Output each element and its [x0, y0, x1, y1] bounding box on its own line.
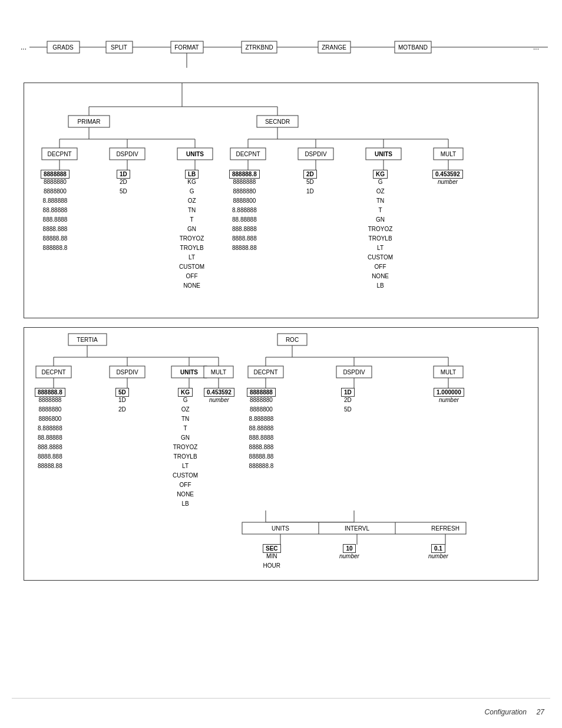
roc-units-sub-list: SEC MIN HOUR: [263, 545, 281, 571]
footer-page: 27: [537, 708, 544, 716]
svg-text:TERTIA: TERTIA: [77, 337, 98, 343]
svg-text:DECPNT: DECPNT: [253, 369, 277, 375]
footer-label: Configuration: [485, 708, 527, 716]
footer-divider: [12, 698, 550, 699]
tertia-mult-list: 0.453592 number: [204, 388, 234, 405]
secndr-dspdiv-list: 2D 5D 1D: [303, 170, 317, 196]
svg-text:ROC: ROC: [286, 337, 299, 343]
svg-text:DSPDIV: DSPDIV: [116, 369, 138, 375]
svg-text:UNITS: UNITS: [375, 151, 392, 157]
page: ... GRADS SPLIT FORMAT ZTRKBND ZRANGE MO…: [0, 0, 562, 728]
svg-text:PRIMAR: PRIMAR: [78, 118, 101, 125]
svg-text:ZRANGE: ZRANGE: [322, 44, 346, 51]
secndr-mult-list: 0.453592 number: [432, 170, 463, 187]
roc-decpnt-list: 8888888 8888880 8888800 8.888888 88.8888…: [247, 388, 276, 471]
svg-text:MULT: MULT: [441, 151, 456, 157]
svg-text:REFRESH: REFRESH: [431, 525, 459, 532]
tertia-dspdiv-list: 5D 1D 2D: [115, 388, 129, 414]
svg-text:FORMAT: FORMAT: [174, 44, 199, 51]
svg-text:MULT: MULT: [441, 369, 456, 375]
svg-text:INTERVL: INTERVL: [345, 525, 369, 532]
roc-dspdiv-list: 1D 2D 5D: [341, 388, 355, 414]
roc-refresh-sub-list: 0.1 number: [428, 545, 448, 561]
primar-dspdiv-list: 1D 2D 5D: [117, 170, 130, 196]
svg-text:DSPDIV: DSPDIV: [343, 369, 365, 375]
svg-text:UNITS: UNITS: [272, 525, 289, 532]
svg-text:DSPDIV: DSPDIV: [116, 151, 138, 157]
svg-text:...: ...: [533, 43, 539, 51]
svg-text:MULT: MULT: [211, 369, 226, 375]
decpnt-val-2: 8888880: [41, 177, 70, 187]
svg-text:UNITS: UNITS: [186, 151, 204, 157]
svg-text:DECPNT: DECPNT: [47, 151, 71, 157]
roc-mult-list: 1.000000 number: [434, 388, 464, 405]
tertia-units-list: KG G OZ TN T GN TROYOZ TROYLB LT CUSTOM …: [173, 388, 198, 509]
tertia-decpnt-list: 888888.8 8888888 8888880 8886800 8.88888…: [35, 388, 65, 471]
secndr-decpnt-list: 888888.8 8888888 8888880 8888800 8.88888…: [229, 170, 260, 253]
svg-text:DECPNT: DECPNT: [236, 151, 260, 157]
primar-decpnt-list: 8888888 8888880 8888800 8.888888 88.8888…: [41, 170, 70, 253]
primar-units-list: LB KG G OZ TN T GN TROYOZ TROYLB LT CUST…: [179, 170, 204, 291]
roc-intervl-sub-list: 10 number: [339, 545, 359, 561]
svg-text:SECNDR: SECNDR: [265, 118, 290, 125]
lower-section-svg: TERTIA ROC DECPNT DSPDIV UNITS MULT: [24, 328, 538, 581]
svg-text:ZTRKBND: ZTRKBND: [245, 44, 273, 51]
svg-text:...: ...: [21, 43, 27, 51]
top-nav-svg: ... GRADS SPLIT FORMAT ZTRKBND ZRANGE MO…: [18, 35, 560, 71]
upper-section-svg: PRIMAR SECNDR DECPNT DSPDIV UNITS: [24, 83, 538, 319]
footer: Configuration 27: [485, 708, 544, 716]
svg-text:GRADS: GRADS: [52, 44, 74, 51]
svg-text:UNITS: UNITS: [180, 369, 198, 375]
svg-text:SPLIT: SPLIT: [111, 44, 127, 51]
svg-text:MOTBAND: MOTBAND: [398, 44, 428, 51]
svg-text:DSPDIV: DSPDIV: [305, 151, 327, 157]
secndr-units-list: KG G OZ TN T GN TROYOZ TROYLB LT CUSTOM …: [368, 170, 393, 291]
svg-text:DECPNT: DECPNT: [41, 369, 65, 375]
